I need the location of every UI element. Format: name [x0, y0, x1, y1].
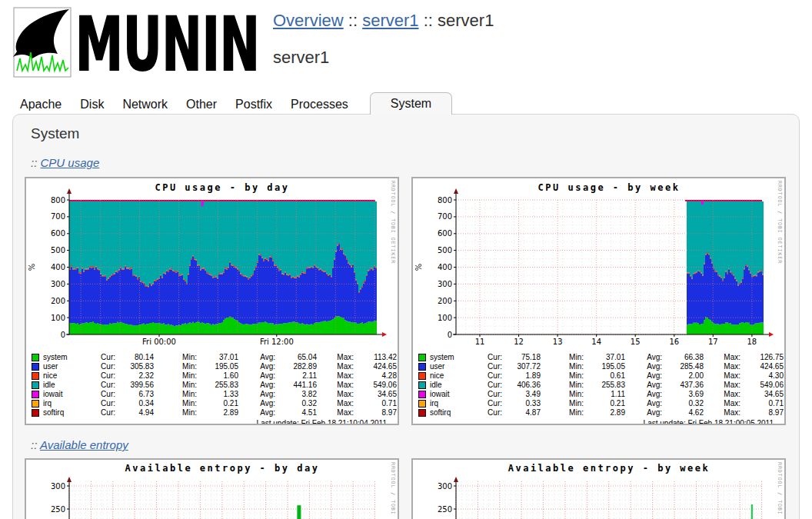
legend-series-name: nice: [430, 371, 474, 381]
graph-title: CPU usage - by week: [538, 182, 681, 193]
tab-other[interactable]: Other: [177, 95, 226, 115]
legend-series-name: idle: [43, 381, 88, 390]
stat-label: Cur:: [88, 381, 115, 390]
system-swatch-icon: [32, 354, 39, 361]
stat-value: 1.89: [502, 371, 541, 381]
stat-label: Avg:: [238, 408, 275, 418]
svg-text:18: 18: [747, 338, 757, 346]
stat-value: 80.14: [115, 353, 154, 362]
stat-value: 1.33: [197, 390, 238, 399]
softirq-swatch-icon: [32, 409, 39, 417]
stat-value: 0.32: [275, 399, 317, 408]
legend-row-system: systemCur:80.14Min:37.01Avg:65.04Max:113…: [26, 353, 398, 362]
irq-swatch-icon: [418, 400, 426, 408]
stat-value: 1.11: [584, 390, 625, 399]
stat-value: 0.21: [197, 399, 238, 408]
svg-text:500: 500: [51, 246, 65, 255]
legend-row-idle: idleCur:406.36Min:255.83Avg:437.36Max:54…: [413, 381, 784, 390]
tab-postfix[interactable]: Postfix: [226, 95, 281, 115]
stat-label: Avg:: [625, 353, 662, 362]
legend-series-name: softirq: [430, 408, 474, 418]
cpu_week-plot-image[interactable]: 0100200300400500600700800111213141516171…: [413, 178, 784, 346]
svg-text:Fri 00:00: Fri 00:00: [142, 338, 176, 346]
tab-disk[interactable]: Disk: [71, 95, 113, 115]
stat-value: 34.65: [354, 390, 397, 399]
section-cpu-usage: :: CPU usage: [31, 156, 99, 169]
stat-value: 2.89: [584, 408, 625, 418]
legend-series-name: user: [430, 362, 474, 371]
idle-swatch-icon: [32, 381, 39, 389]
user-swatch-icon: [32, 363, 39, 371]
stat-label: Min:: [154, 353, 197, 362]
rrdtool-watermark: RRDTOOL / TOBI OETIKER: [777, 462, 783, 519]
stat-label: Max:: [317, 371, 354, 381]
breadcrumb-separator: ::: [348, 11, 358, 30]
stat-label: Min:: [154, 381, 197, 390]
svg-text:400: 400: [438, 263, 452, 271]
stat-value: 4.62: [662, 408, 704, 418]
svg-text:%: %: [414, 264, 423, 271]
section-link-available-entropy[interactable]: Available entropy: [40, 438, 128, 451]
stat-value: 65.04: [275, 353, 317, 362]
stat-label: Cur:: [474, 390, 502, 399]
svg-text:13: 13: [553, 338, 563, 346]
tab-apache[interactable]: Apache: [11, 95, 71, 115]
stat-label: Max:: [317, 381, 354, 390]
svg-text:15: 15: [631, 338, 641, 346]
legend-series-name: iowait: [430, 390, 474, 399]
munin-logo: MUNIN: [9, 6, 263, 82]
legend-row-user: userCur:305.83Min:195.05Avg:282.89Max:42…: [26, 362, 398, 371]
stat-label: Avg:: [625, 362, 662, 371]
stat-value: 3.82: [275, 390, 317, 399]
cpu_day-plot-image[interactable]: 0100200300400500600700800Fri 00:00Fri 12…: [26, 178, 398, 346]
cpu-week-graph[interactable]: RRDTOOL / TOBI OETIKER010020030040050060…: [411, 177, 786, 425]
entropy_week-plot-image[interactable]: 300250Available entropy - by week: [413, 460, 784, 519]
section-prefix: ::: [31, 438, 40, 451]
stat-label: Min:: [154, 399, 197, 408]
cpu-day-graph[interactable]: RRDTOOL / TOBI OETIKER010020030040050060…: [25, 177, 399, 425]
stat-value: 549.06: [740, 381, 784, 390]
legend-series-name: system: [430, 353, 474, 362]
stat-value: 307.72: [502, 362, 541, 371]
tab-bar: ApacheDiskNetworkOtherPostfixProcessesSy…: [11, 93, 452, 115]
graph-legend: systemCur:75.18Min:37.01Avg:66.38Max:126…: [413, 353, 784, 418]
svg-text:16: 16: [669, 338, 679, 346]
rrdtool-watermark: RRDTOOL / TOBI OETIKER: [390, 181, 396, 264]
rrdtool-watermark: RRDTOOL / TOBI OETIKER: [777, 181, 783, 264]
stat-value: 549.06: [354, 381, 397, 390]
svg-text:0: 0: [61, 331, 65, 339]
stat-value: 8.97: [740, 408, 784, 418]
section-link-cpu-usage[interactable]: CPU usage: [41, 156, 100, 169]
tab-network[interactable]: Network: [113, 95, 177, 115]
iowait-swatch-icon: [32, 391, 39, 398]
stat-label: Max:: [704, 408, 740, 418]
tab-processes[interactable]: Processes: [281, 95, 358, 115]
stat-value: 0.71: [354, 399, 397, 408]
graph-title: Available entropy - by day: [125, 463, 320, 474]
last-update: Last update: Fri Feb 18 21:00:05 2011: [413, 419, 784, 425]
stat-label: Max:: [704, 371, 740, 381]
entropy_day-plot-image[interactable]: 300250Available entropy - by day: [26, 460, 398, 519]
svg-text:200: 200: [438, 297, 452, 305]
stat-value: 424.65: [740, 362, 784, 371]
legend-series-name: nice: [43, 371, 88, 381]
stat-label: Max:: [704, 390, 740, 399]
breadcrumb-link-host[interactable]: server1: [362, 11, 418, 30]
stat-label: Avg:: [238, 362, 275, 371]
entropy-week-graph[interactable]: RRDTOOL / TOBI OETIKER300250Available en…: [411, 458, 786, 519]
rrdtool-watermark: RRDTOOL / TOBI OETIKER: [390, 462, 396, 519]
stat-label: Cur:: [474, 371, 502, 381]
stat-label: Min:: [541, 399, 584, 408]
stat-label: Min:: [541, 390, 584, 399]
entropy-day-graph[interactable]: RRDTOOL / TOBI OETIKER300250Available en…: [25, 458, 399, 519]
stat-label: Min:: [154, 408, 197, 418]
svg-text:700: 700: [51, 212, 65, 221]
svg-text:11: 11: [475, 338, 485, 346]
stat-label: Min:: [541, 353, 584, 362]
tab-system[interactable]: System: [370, 92, 452, 115]
stat-value: 2.11: [275, 371, 317, 381]
nice-swatch-icon: [418, 372, 426, 380]
stat-label: Min:: [541, 362, 584, 371]
stat-value: 424.65: [354, 362, 397, 371]
breadcrumb-link-overview[interactable]: Overview: [273, 11, 344, 30]
